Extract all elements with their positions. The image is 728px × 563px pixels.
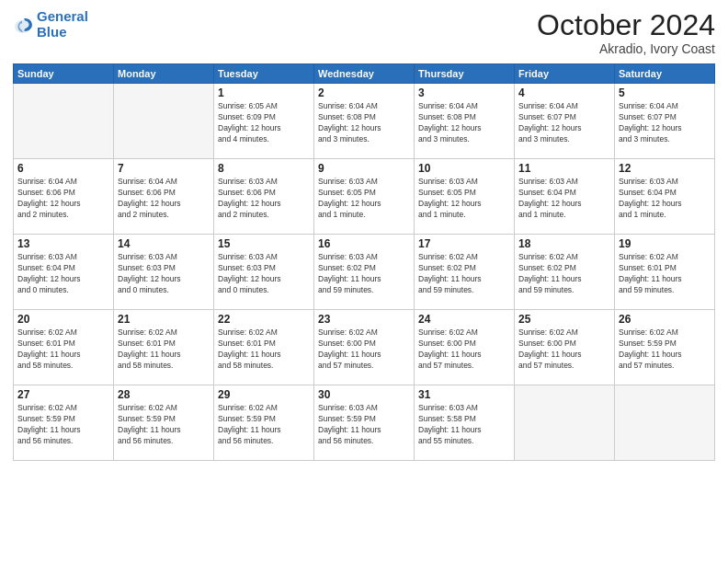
calendar-week-row: 13Sunrise: 6:03 AM Sunset: 6:04 PM Dayli… — [14, 235, 715, 310]
calendar-day-cell: 1Sunrise: 6:05 AM Sunset: 6:09 PM Daylig… — [214, 84, 314, 159]
weekday-header: Saturday — [615, 64, 715, 84]
calendar-day-cell: 17Sunrise: 6:02 AM Sunset: 6:02 PM Dayli… — [415, 235, 515, 310]
weekday-header: Friday — [515, 64, 615, 84]
day-info: Sunrise: 6:02 AM Sunset: 6:01 PM Dayligh… — [17, 327, 109, 372]
day-number: 3 — [418, 86, 510, 99]
day-number: 22 — [218, 313, 310, 326]
day-number: 13 — [17, 237, 109, 250]
page-container: General Blue October 2024 Akradio, Ivory… — [0, 0, 728, 563]
day-info: Sunrise: 6:02 AM Sunset: 5:59 PM Dayligh… — [17, 403, 109, 447]
weekday-header: Monday — [114, 64, 214, 84]
calendar-week-row: 20Sunrise: 6:02 AM Sunset: 6:01 PM Dayli… — [14, 310, 715, 385]
title-block: October 2024 Akradio, Ivory Coast — [537, 9, 715, 56]
day-info: Sunrise: 6:03 AM Sunset: 5:58 PM Dayligh… — [418, 403, 510, 447]
day-number: 19 — [619, 237, 711, 250]
calendar-day-cell: 18Sunrise: 6:02 AM Sunset: 6:02 PM Dayli… — [515, 235, 615, 310]
day-info: Sunrise: 6:02 AM Sunset: 6:00 PM Dayligh… — [418, 327, 510, 372]
calendar-day-cell: 26Sunrise: 6:02 AM Sunset: 5:59 PM Dayli… — [615, 310, 715, 385]
calendar-day-cell: 4Sunrise: 6:04 AM Sunset: 6:07 PM Daylig… — [515, 84, 615, 159]
day-info: Sunrise: 6:03 AM Sunset: 6:04 PM Dayligh… — [619, 177, 711, 221]
calendar-day-cell: 6Sunrise: 6:04 AM Sunset: 6:06 PM Daylig… — [14, 159, 114, 235]
day-info: Sunrise: 6:04 AM Sunset: 6:08 PM Dayligh… — [318, 101, 410, 145]
calendar-table: SundayMondayTuesdayWednesdayThursdayFrid… — [13, 63, 715, 461]
day-info: Sunrise: 6:04 AM Sunset: 6:07 PM Dayligh… — [518, 101, 610, 145]
day-number: 25 — [518, 313, 610, 326]
location-subtitle: Akradio, Ivory Coast — [537, 41, 715, 56]
calendar-day-cell — [114, 84, 214, 159]
day-number: 17 — [418, 237, 510, 250]
day-info: Sunrise: 6:05 AM Sunset: 6:09 PM Dayligh… — [218, 101, 310, 145]
calendar-day-cell — [515, 385, 615, 461]
day-number: 20 — [17, 313, 109, 326]
day-info: Sunrise: 6:02 AM Sunset: 5:59 PM Dayligh… — [619, 327, 711, 372]
day-number: 27 — [17, 388, 109, 401]
day-number: 23 — [318, 313, 410, 326]
day-number: 21 — [118, 313, 210, 326]
day-info: Sunrise: 6:02 AM Sunset: 5:59 PM Dayligh… — [218, 403, 310, 447]
calendar-day-cell: 11Sunrise: 6:03 AM Sunset: 6:04 PM Dayli… — [515, 159, 615, 235]
day-info: Sunrise: 6:03 AM Sunset: 6:05 PM Dayligh… — [318, 177, 410, 221]
day-number: 31 — [418, 388, 510, 401]
calendar-day-cell: 2Sunrise: 6:04 AM Sunset: 6:08 PM Daylig… — [314, 84, 415, 159]
calendar-body: 1Sunrise: 6:05 AM Sunset: 6:09 PM Daylig… — [14, 84, 715, 461]
day-number: 26 — [619, 313, 711, 326]
day-number: 18 — [518, 237, 610, 250]
day-info: Sunrise: 6:03 AM Sunset: 6:05 PM Dayligh… — [418, 177, 510, 221]
day-number: 4 — [518, 86, 610, 99]
day-info: Sunrise: 6:02 AM Sunset: 5:59 PM Dayligh… — [118, 403, 210, 447]
calendar-day-cell: 23Sunrise: 6:02 AM Sunset: 6:00 PM Dayli… — [314, 310, 415, 385]
calendar-day-cell: 20Sunrise: 6:02 AM Sunset: 6:01 PM Dayli… — [14, 310, 114, 385]
calendar-day-cell: 27Sunrise: 6:02 AM Sunset: 5:59 PM Dayli… — [14, 385, 114, 461]
day-info: Sunrise: 6:03 AM Sunset: 6:02 PM Dayligh… — [318, 252, 410, 296]
day-info: Sunrise: 6:02 AM Sunset: 6:00 PM Dayligh… — [318, 327, 410, 372]
calendar-day-cell: 30Sunrise: 6:03 AM Sunset: 5:59 PM Dayli… — [314, 385, 415, 461]
calendar-day-cell: 14Sunrise: 6:03 AM Sunset: 6:03 PM Dayli… — [114, 235, 214, 310]
day-info: Sunrise: 6:04 AM Sunset: 6:06 PM Dayligh… — [118, 177, 210, 221]
logo: General Blue — [13, 9, 88, 40]
day-number: 24 — [418, 313, 510, 326]
day-number: 6 — [17, 162, 109, 175]
calendar-day-cell: 7Sunrise: 6:04 AM Sunset: 6:06 PM Daylig… — [114, 159, 214, 235]
calendar-day-cell: 10Sunrise: 6:03 AM Sunset: 6:05 PM Dayli… — [415, 159, 515, 235]
calendar-day-cell: 22Sunrise: 6:02 AM Sunset: 6:01 PM Dayli… — [214, 310, 314, 385]
day-info: Sunrise: 6:03 AM Sunset: 6:04 PM Dayligh… — [17, 252, 109, 296]
day-number: 8 — [218, 162, 310, 175]
calendar-day-cell: 12Sunrise: 6:03 AM Sunset: 6:04 PM Dayli… — [615, 159, 715, 235]
day-number: 16 — [318, 237, 410, 250]
weekday-header: Tuesday — [214, 64, 314, 84]
calendar-week-row: 27Sunrise: 6:02 AM Sunset: 5:59 PM Dayli… — [14, 385, 715, 461]
day-number: 9 — [318, 162, 410, 175]
day-number: 30 — [318, 388, 410, 401]
calendar-day-cell: 16Sunrise: 6:03 AM Sunset: 6:02 PM Dayli… — [314, 235, 415, 310]
day-number: 11 — [518, 162, 610, 175]
weekday-header: Sunday — [14, 64, 114, 84]
weekday-header: Thursday — [415, 64, 515, 84]
day-info: Sunrise: 6:03 AM Sunset: 6:04 PM Dayligh… — [518, 177, 610, 221]
day-info: Sunrise: 6:02 AM Sunset: 6:02 PM Dayligh… — [418, 252, 510, 296]
calendar-week-row: 1Sunrise: 6:05 AM Sunset: 6:09 PM Daylig… — [14, 84, 715, 159]
day-info: Sunrise: 6:02 AM Sunset: 6:01 PM Dayligh… — [218, 327, 310, 372]
day-number: 10 — [418, 162, 510, 175]
calendar-day-cell: 25Sunrise: 6:02 AM Sunset: 6:00 PM Dayli… — [515, 310, 615, 385]
day-number: 7 — [118, 162, 210, 175]
calendar-day-cell: 5Sunrise: 6:04 AM Sunset: 6:07 PM Daylig… — [615, 84, 715, 159]
day-number: 1 — [218, 86, 310, 99]
logo-text: General Blue — [37, 9, 88, 40]
calendar-day-cell: 19Sunrise: 6:02 AM Sunset: 6:01 PM Dayli… — [615, 235, 715, 310]
day-info: Sunrise: 6:04 AM Sunset: 6:07 PM Dayligh… — [619, 101, 711, 145]
day-info: Sunrise: 6:04 AM Sunset: 6:08 PM Dayligh… — [418, 101, 510, 145]
day-number: 2 — [318, 86, 410, 99]
day-info: Sunrise: 6:03 AM Sunset: 5:59 PM Dayligh… — [318, 403, 410, 447]
header: General Blue October 2024 Akradio, Ivory… — [13, 9, 715, 56]
calendar-day-cell: 3Sunrise: 6:04 AM Sunset: 6:08 PM Daylig… — [415, 84, 515, 159]
day-info: Sunrise: 6:03 AM Sunset: 6:06 PM Dayligh… — [218, 177, 310, 221]
day-number: 28 — [118, 388, 210, 401]
day-info: Sunrise: 6:02 AM Sunset: 6:00 PM Dayligh… — [518, 327, 610, 372]
day-info: Sunrise: 6:02 AM Sunset: 6:02 PM Dayligh… — [518, 252, 610, 296]
day-number: 14 — [118, 237, 210, 250]
calendar-day-cell: 31Sunrise: 6:03 AM Sunset: 5:58 PM Dayli… — [415, 385, 515, 461]
month-title: October 2024 — [537, 9, 715, 41]
calendar-day-cell — [14, 84, 114, 159]
calendar-day-cell: 21Sunrise: 6:02 AM Sunset: 6:01 PM Dayli… — [114, 310, 214, 385]
calendar-day-cell: 13Sunrise: 6:03 AM Sunset: 6:04 PM Dayli… — [14, 235, 114, 310]
